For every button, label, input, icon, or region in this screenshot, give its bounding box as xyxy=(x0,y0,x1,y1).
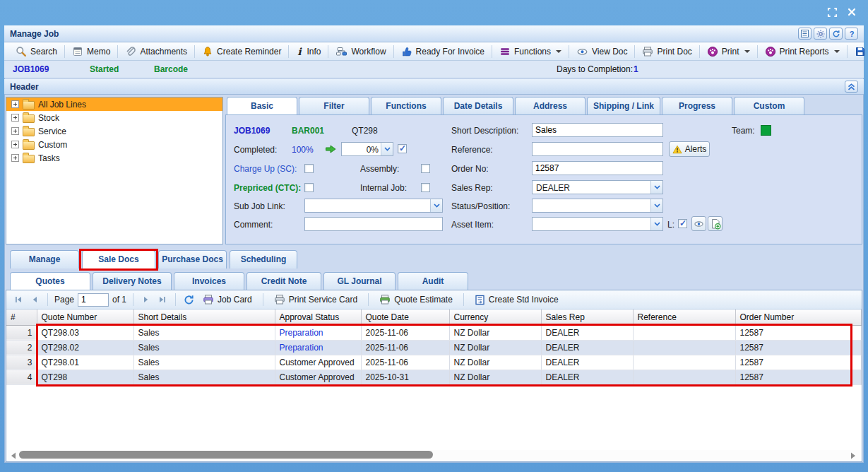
chevron-down-icon[interactable] xyxy=(381,143,393,155)
refresh-grid-button[interactable] xyxy=(182,293,195,306)
cell-reference[interactable] xyxy=(633,370,735,384)
cell-short-details[interactable]: Sales xyxy=(133,370,275,384)
cell-sales-rep[interactable]: DEALER xyxy=(541,370,633,384)
cell-order-number[interactable]: 12587 xyxy=(735,370,862,384)
maximize-button[interactable] xyxy=(826,6,838,18)
cell-quote-date[interactable]: 2025-11-06 xyxy=(361,340,449,355)
functions-button[interactable]: Functions xyxy=(494,44,567,59)
create-std-invoice-button[interactable]: Create Std Invoice xyxy=(470,295,563,305)
cell-currency[interactable]: NZ Dollar xyxy=(449,355,541,370)
info-button[interactable]: i Info xyxy=(290,44,326,59)
cell-sales-rep[interactable]: DEALER xyxy=(541,325,633,340)
cell-row-num[interactable]: 2 xyxy=(6,340,37,355)
column-header-quote-date[interactable]: Quote Date xyxy=(361,309,449,325)
expand-icon[interactable] xyxy=(11,100,19,108)
order-no-field[interactable] xyxy=(532,161,663,175)
print-doc-button[interactable]: Print Doc xyxy=(636,44,697,59)
tab-address[interactable]: Address xyxy=(515,97,585,114)
cell-currency[interactable]: NZ Dollar xyxy=(449,340,541,355)
cell-reference[interactable] xyxy=(633,355,735,370)
cell-row-num[interactable]: 3 xyxy=(6,355,37,370)
horizontal-scrollbar[interactable] xyxy=(8,450,860,460)
short-description-field[interactable] xyxy=(532,123,663,137)
tab-custom[interactable]: Custom xyxy=(734,97,804,114)
column-header-reference[interactable]: Reference xyxy=(633,309,735,325)
expand-icon[interactable] xyxy=(11,114,19,122)
asset-item-select[interactable] xyxy=(532,217,663,231)
search-button[interactable]: Search xyxy=(10,44,63,59)
cell-quote-number[interactable]: QT298.02 xyxy=(37,340,133,355)
cell-quote-number[interactable]: QT298 xyxy=(37,370,133,384)
table-row[interactable]: 1 QT298.03 Sales Preparation 2025-11-06 … xyxy=(6,325,862,340)
cell-row-num[interactable]: 1 xyxy=(6,325,37,340)
chevron-down-icon[interactable] xyxy=(650,199,662,212)
cell-short-details[interactable]: Sales xyxy=(133,325,275,340)
cell-quote-number[interactable]: QT298.01 xyxy=(37,355,133,370)
add-asset-button[interactable] xyxy=(708,216,723,231)
team-color-swatch[interactable] xyxy=(761,125,771,136)
sales-rep-select[interactable]: DEALER xyxy=(532,180,663,194)
print-reports-button[interactable]: Print Reports xyxy=(759,44,845,59)
help-button[interactable]: ? xyxy=(845,28,858,40)
next-page-button[interactable] xyxy=(140,293,153,306)
progress-percent-select[interactable]: 0% xyxy=(341,142,393,156)
tab-quotes[interactable]: Quotes xyxy=(10,272,90,290)
tree-item-service[interactable]: Service xyxy=(6,124,222,138)
cell-approval-status[interactable]: Customer Approved xyxy=(275,355,361,370)
tab-invoices[interactable]: Invoices xyxy=(174,272,244,290)
tab-credit-note[interactable]: Credit Note xyxy=(246,272,321,290)
create-reminder-button[interactable]: Create Reminder xyxy=(196,44,287,59)
scrollbar-thumb[interactable] xyxy=(19,451,433,459)
table-row[interactable]: 3 QT298.01 Sales Customer Approved 2025-… xyxy=(6,355,862,370)
cell-approval-status[interactable]: Preparation xyxy=(275,340,361,355)
tab-functions[interactable]: Functions xyxy=(371,97,441,114)
prev-page-button[interactable] xyxy=(28,293,41,306)
column-header-approval-status[interactable]: Approval Status xyxy=(275,309,361,325)
apply-progress-arrow-icon[interactable] xyxy=(325,143,337,155)
alerts-button[interactable]: Alerts xyxy=(669,141,710,157)
column-header-order-number[interactable]: Order Number xyxy=(735,309,862,325)
memo-button[interactable]: Memo xyxy=(66,44,116,59)
ready-for-invoice-button[interactable]: Ready For Invoice xyxy=(396,44,490,59)
last-page-button[interactable] xyxy=(156,293,169,306)
prepriced-checkbox[interactable] xyxy=(304,183,314,192)
cell-approval-status[interactable]: Preparation xyxy=(275,325,361,340)
tab-sale-docs[interactable]: Sale Docs xyxy=(82,250,155,269)
internal-job-checkbox[interactable] xyxy=(421,183,430,192)
job-card-button[interactable]: Job Card xyxy=(198,294,256,305)
tab-shipping-link[interactable]: Shipping / Link xyxy=(587,97,660,114)
tree-item-tasks[interactable]: Tasks xyxy=(6,151,222,165)
expand-icon[interactable] xyxy=(11,154,19,162)
cell-approval-status[interactable]: Customer Approved xyxy=(275,370,361,384)
tab-date-details[interactable]: Date Details xyxy=(443,97,513,114)
save-button[interactable]: Save xyxy=(849,44,868,59)
cell-quote-date[interactable]: 2025-11-06 xyxy=(361,355,449,370)
tab-purchase-docs[interactable]: Purchase Docs xyxy=(158,250,227,269)
view-asset-button[interactable] xyxy=(691,216,706,231)
cell-order-number[interactable]: 12587 xyxy=(735,340,862,355)
quote-estimate-button[interactable]: Quote Estimate xyxy=(375,294,457,305)
refresh-button[interactable] xyxy=(829,28,843,40)
cell-short-details[interactable]: Sales xyxy=(133,340,275,355)
chevron-down-icon[interactable] xyxy=(650,218,662,230)
comment-field[interactable] xyxy=(304,217,443,231)
tab-gl-journal[interactable]: GL Journal xyxy=(323,272,396,290)
scroll-right-arrow[interactable] xyxy=(850,452,857,459)
scroll-left-arrow[interactable] xyxy=(11,452,18,459)
cell-row-num[interactable]: 4 xyxy=(6,370,37,384)
view-doc-button[interactable]: View Doc xyxy=(571,44,633,59)
cell-order-number[interactable]: 12587 xyxy=(735,325,862,340)
tab-filter[interactable]: Filter xyxy=(299,97,369,114)
tab-basic[interactable]: Basic xyxy=(227,97,297,114)
cell-reference[interactable] xyxy=(633,325,735,340)
workflow-button[interactable]: Workflow xyxy=(330,44,391,59)
column-header-quote-number[interactable]: Quote Number xyxy=(37,309,133,325)
cell-order-number[interactable]: 12587 xyxy=(735,355,862,370)
tree-item-stock[interactable]: Stock xyxy=(6,111,222,124)
tree-item-all-job-lines[interactable]: All Job Lines xyxy=(6,98,222,111)
attachments-button[interactable]: Attachments xyxy=(119,44,193,59)
tab-audit[interactable]: Audit xyxy=(398,272,468,290)
cell-short-details[interactable]: Sales xyxy=(133,355,275,370)
settings-button[interactable] xyxy=(814,28,827,40)
page-number-input[interactable] xyxy=(78,293,109,307)
